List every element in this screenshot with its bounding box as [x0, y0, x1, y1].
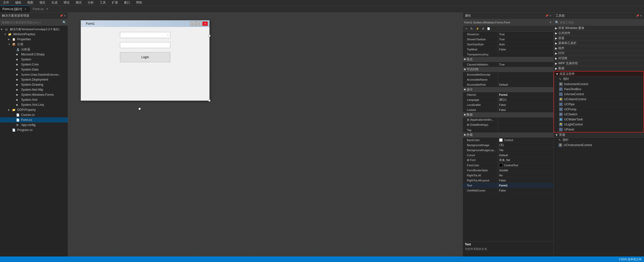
prop-row-showicon[interactable]: ShowIcon True: [463, 32, 553, 37]
menu-item-file[interactable]: 文件: [2, 0, 10, 5]
prop-section-focus[interactable]: ■ 焦点: [463, 57, 553, 62]
prop-row-backgroundimage[interactable]: BackgroundImage (无): [463, 143, 553, 148]
toolbox-item-para-textbox[interactable]: T ParaTextBox: [554, 87, 643, 92]
prop-close-icon[interactable]: ✕: [549, 14, 551, 17]
prop-row-topmost[interactable]: TopMost False: [463, 47, 553, 52]
toolbox-item-ucinstrument[interactable]: ⚡ UCInstrumentControl: [554, 143, 644, 148]
prop-row-transparencykey[interactable]: TransparencyKey: [463, 52, 553, 57]
tree-item-properties[interactable]: ▶ 📋 Properties: [0, 37, 68, 42]
menu-item-edit[interactable]: 编辑: [14, 0, 22, 5]
prop-section-data[interactable]: ■ 数据: [463, 112, 553, 117]
tree-item-oop[interactable]: ▶ 📁 OOP.Property: [0, 107, 68, 112]
prop-row-sizegripstyle[interactable]: SizeGripStyle Auto: [463, 42, 553, 47]
toolbox-section-general[interactable]: ▼ 常规: [554, 133, 644, 138]
tree-item-system-xml-linq[interactable]: ■ System.Xml.Linq: [0, 102, 68, 107]
tree-item-system-winforms[interactable]: ■ System.Windows.Forms: [0, 92, 68, 97]
toolbox-item-upanel[interactable]: □ UPanel: [554, 127, 643, 132]
prop-row-righttoleftlayout[interactable]: RightToLeftLayout False: [463, 178, 553, 183]
login-button[interactable]: LogIn: [120, 52, 170, 62]
prop-row-language[interactable]: Language (默认): [463, 97, 553, 102]
toolbox-item-instrument-control[interactable]: ⚡ InstrumentControl: [554, 82, 643, 87]
toolbox-item-pointer-custom[interactable]: ↖ 指针: [554, 77, 643, 82]
toolbox-section-wpf[interactable]: ▶ WPF 互操作性: [554, 61, 644, 66]
toolbox-section-containers[interactable]: ▶ 容器: [554, 36, 644, 41]
form-textbox[interactable]: [120, 42, 170, 48]
prop-events-btn[interactable]: ⚙: [480, 26, 486, 31]
tree-item-system-deployment[interactable]: ■ System.Deployment: [0, 77, 68, 82]
menu-item-debug[interactable]: 调试: [62, 0, 71, 5]
tab-form-design[interactable]: Form.cs [设计] ✕: [0, 6, 30, 12]
menu-item-build[interactable]: 生成: [50, 0, 58, 5]
menu-item-project[interactable]: 项目: [38, 0, 46, 5]
toolbox-section-data[interactable]: ▶ 数据: [554, 66, 644, 71]
prop-row-accessiblename[interactable]: AccessibleName: [463, 77, 553, 82]
tree-item-references[interactable]: ▼ 📦 引用: [0, 42, 68, 47]
tree-item-program[interactable]: 📄 Program.cs: [0, 127, 68, 133]
maximize-button[interactable]: □: [196, 21, 202, 26]
minimize-button[interactable]: —: [190, 21, 196, 26]
tree-item-system-data[interactable]: ■ System.Data: [0, 67, 68, 72]
prop-row-forecolor[interactable]: ForeColor ControlText: [463, 163, 553, 168]
tree-item-form-cs[interactable]: 📄 Form.cs: [0, 117, 68, 122]
prop-row-backgroundimagelayout[interactable]: BackgroundImageLay... Tile: [463, 148, 553, 153]
toolbox-search-input[interactable]: [560, 21, 642, 24]
prop-props-btn[interactable]: ⚡: [475, 26, 480, 31]
toolbox-close-icon[interactable]: ✕: [640, 14, 642, 17]
prop-row-databindings[interactable]: ⊞ (DataBindings): [463, 122, 553, 127]
tree-item-solution[interactable]: ▶ 🗂 解决方案'WindowsFormsApp1'(1个项目): [0, 27, 68, 32]
prop-row-righttoleft[interactable]: RightToLeft No: [463, 173, 553, 178]
prop-row-causesvalidation[interactable]: CausesValidation True: [463, 62, 553, 67]
prop-row-font[interactable]: ⊞ Font 宋体, 9pt: [463, 158, 553, 163]
prop-row-localizable[interactable]: Localizable False: [463, 102, 553, 107]
toolbox-section-print[interactable]: ▶ 打印: [554, 51, 644, 56]
menu-item-window[interactable]: 窗口: [123, 0, 131, 5]
tree-item-system-data-ds[interactable]: ■ System.Data.DataSetExtensio...: [0, 72, 68, 77]
resize-handle-bottom[interactable]: [139, 108, 141, 110]
prop-row-tag[interactable]: Tag: [463, 127, 553, 133]
prop-section-appearance[interactable]: ■ 外观: [463, 133, 553, 138]
toolbox-item-uarrow[interactable]: ↑ UArrowControl: [554, 92, 643, 97]
prop-row-accessibledesc[interactable]: AccessibleDescript: [463, 72, 553, 77]
tab-form-cs[interactable]: Form.cs ✕: [30, 6, 60, 12]
prop-row-locked[interactable]: Locked False: [463, 107, 553, 112]
toolbox-item-ucalarm[interactable]: 🔔 UCAlarmControl: [554, 97, 643, 102]
prop-alpha-btn[interactable]: A↓: [469, 26, 474, 31]
tree-item-system-drawing[interactable]: ■ System.Drawing: [0, 82, 68, 87]
prop-pin-icon[interactable]: 📌: [545, 14, 548, 17]
tree-item-system-core[interactable]: ■ System.Core: [0, 62, 68, 67]
toolbox-item-ucswitch[interactable]: ⚙ UCSwitch: [554, 112, 643, 117]
tree-item-project[interactable]: ▼ 📁 WinformPractice: [0, 32, 68, 37]
prop-categorized-btn[interactable]: ≡: [464, 26, 469, 31]
tree-item-system-xml[interactable]: ■ System.Xml: [0, 97, 68, 102]
close-button[interactable]: ✕: [202, 21, 208, 26]
tree-item-course[interactable]: 📄 Course.cs: [0, 112, 68, 117]
menu-item-view[interactable]: 视图: [26, 0, 34, 5]
resize-handle-right[interactable]: [208, 35, 210, 37]
toolbox-section-menus[interactable]: ▶ 菜单和工具栏: [554, 41, 644, 46]
prop-row-usewaitcursor[interactable]: UseWaitCursor False: [463, 188, 553, 193]
toolbox-section-components[interactable]: ▶ 组件: [554, 46, 644, 51]
prop-section-accessibility[interactable]: ■ 可访问性: [463, 67, 553, 72]
tab-close-cs[interactable]: ✕: [46, 8, 48, 10]
menu-item-extensions[interactable]: 扩展: [111, 0, 119, 5]
menu-item-help[interactable]: 帮助: [135, 0, 143, 5]
menu-item-tools[interactable]: 工具: [99, 0, 107, 5]
form-combobox[interactable]: ▼: [120, 32, 170, 38]
solution-search-input[interactable]: [2, 21, 61, 24]
tree-item-ms-csharp[interactable]: ■ Microsoft.CSharp: [0, 52, 68, 57]
prop-row-formborderstyle[interactable]: FormBorderStyle Sizable: [463, 168, 553, 173]
toolbox-item-ucwatertank[interactable]: 💧 UCWaterTank: [554, 117, 643, 122]
prop-row-name[interactable]: (Name) Form1: [463, 92, 553, 97]
close-icon[interactable]: ✕: [64, 14, 66, 17]
prop-row-showintaskbar[interactable]: ShowInTaskbar True: [463, 37, 553, 42]
menu-item-analyze[interactable]: 分析: [87, 0, 95, 5]
toolbox-section-custom[interactable]: ▼ 自定义控件: [554, 72, 643, 77]
tab-close-design[interactable]: ✕: [24, 8, 26, 11]
tree-item-app-config[interactable]: ⚙ App.config: [0, 122, 68, 127]
toolbox-section-all-windows[interactable]: ▶ 所有 Windows 窗体: [554, 26, 644, 31]
toolbox-section-dialogs[interactable]: ▶ 对话框: [554, 56, 644, 61]
prop-row-appsettings[interactable]: ⊞ (ApplicationSettin...: [463, 117, 553, 122]
toolbox-item-ucpump[interactable]: ⊙ UCPump: [554, 107, 643, 112]
tree-item-system[interactable]: ■ System: [0, 57, 68, 62]
toolbox-pin-icon[interactable]: 📌: [636, 14, 639, 17]
